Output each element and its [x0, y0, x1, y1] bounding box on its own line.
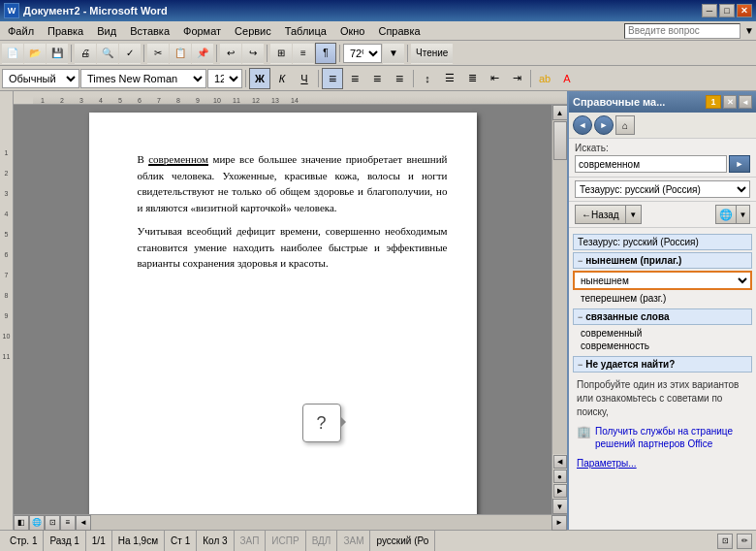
related-item-1[interactable]: современный [569, 327, 756, 340]
menu-table[interactable]: Таблица [279, 23, 332, 39]
thesaurus-language-select[interactable]: Тезаурус: русский (Россия) [575, 180, 750, 198]
scroll-select-browse-button[interactable]: ● [553, 470, 567, 483]
related-collapse-icon[interactable]: − [578, 312, 583, 322]
zoom-arrow[interactable]: ▼ [383, 43, 404, 64]
close-button[interactable]: ✕ [737, 4, 752, 17]
align-justify-button[interactable]: ≡ [389, 68, 410, 89]
office-solutions-link[interactable]: 🏢 Получить службы на странице решений па… [569, 423, 756, 452]
scroll-track[interactable] [552, 120, 568, 454]
format-bar: Обычный Times New Roman 12 Ж К Ч ≡ ≡ ≡ ≡… [0, 66, 756, 91]
save-button[interactable]: 💾 [47, 43, 68, 64]
font-select[interactable]: Times New Roman [80, 69, 206, 88]
preview-button[interactable]: 🔍 [97, 43, 118, 64]
italic-button[interactable]: К [271, 68, 293, 89]
panel-nav: ◄ ► ⌂ [569, 113, 756, 139]
office-link-icon: 🏢 [577, 425, 591, 440]
cut-button[interactable]: ✂ [147, 43, 169, 64]
menu-edit[interactable]: Правка [42, 23, 89, 39]
web-view-button[interactable]: 🌐 [29, 515, 45, 531]
toolbar-sep-3 [216, 45, 217, 62]
minimize-button[interactable]: ─ [702, 4, 717, 17]
highlighted-word: современном [148, 153, 208, 166]
line-spacing-button[interactable]: ↕ [417, 68, 438, 89]
h-scroll-track[interactable] [91, 515, 551, 530]
panel-back-nav-button[interactable]: ◄ [573, 115, 592, 135]
print-button[interactable]: 🖨 [75, 43, 96, 64]
scroll-thumb[interactable] [553, 121, 567, 160]
panel-resize-button[interactable]: ◄ [739, 95, 752, 109]
related-item-2[interactable]: современность [569, 340, 756, 352]
highlight-button[interactable]: ab [534, 68, 555, 89]
show-para-button[interactable]: ¶ [315, 43, 336, 64]
outline-view-button[interactable]: ≡ [60, 515, 76, 531]
menu-view[interactable]: Вид [91, 23, 122, 39]
menu-window[interactable]: Окно [334, 23, 371, 39]
panel-globe-button[interactable]: 🌐 [715, 205, 737, 224]
menu-insert[interactable]: Вставка [124, 23, 175, 39]
status-icon-1[interactable]: ⊡ [717, 534, 733, 549]
synonym-select-row: нынешнем [573, 271, 752, 290]
reading-mode-button[interactable]: Чтение [411, 43, 453, 64]
help-bubble: ? [302, 404, 341, 442]
menu-format[interactable]: Формат [177, 23, 227, 39]
status-col: Кол 3 [197, 531, 234, 551]
align-left-button[interactable]: ≡ [344, 68, 365, 89]
main-area: 1 2 3 4 5 6 7 8 9 10 11 1 2 3 4 5 6 7 8 [0, 91, 756, 530]
open-button[interactable]: 📂 [24, 43, 46, 64]
status-icon-2[interactable]: ✏ [737, 534, 752, 549]
undo-button[interactable]: ↩ [220, 43, 241, 64]
new-button[interactable]: 📄 [2, 43, 23, 64]
insert-col-button[interactable]: ≡ [293, 43, 314, 64]
panel-back-button[interactable]: ← Назад [575, 205, 626, 224]
indent-more-button[interactable]: ⇥ [506, 68, 527, 89]
copy-button[interactable]: 📋 [170, 43, 191, 64]
font-color-button[interactable]: A [556, 68, 578, 89]
insert-table-button[interactable]: ⊞ [270, 43, 292, 64]
synonym-select[interactable]: нынешнем [573, 271, 752, 290]
panel-globe-dropdown-button[interactable]: ▼ [737, 205, 750, 224]
menu-help[interactable]: Справка [372, 23, 425, 39]
zoom-select[interactable]: 72% 100% [343, 44, 382, 63]
indent-less-button[interactable]: ⇤ [484, 68, 505, 89]
underline-button[interactable]: Ч [294, 68, 315, 89]
bold-button[interactable]: Ж [249, 68, 270, 89]
font-size-select[interactable]: 12 [207, 69, 242, 88]
scroll-right-button[interactable]: ► [551, 515, 567, 531]
menu-file[interactable]: Файл [2, 23, 40, 39]
numbering-button[interactable]: ≣ [461, 68, 483, 89]
scroll-next-page-button[interactable]: ▶ [553, 484, 567, 498]
align-right-button[interactable]: ≡ [366, 68, 388, 89]
menu-tools[interactable]: Сервис [229, 23, 277, 39]
scroll-up-button[interactable]: ▲ [552, 105, 568, 120]
scroll-down-button[interactable]: ▼ [552, 499, 568, 514]
align-center-button[interactable]: ≡ [322, 68, 343, 89]
toolbar-sep-5 [339, 45, 340, 62]
synonym-item-1[interactable]: теперешнем (разг.) [569, 292, 756, 305]
horizontal-scrollbar[interactable]: ◧ 🌐 ⊡ ≡ ◄ ► [14, 514, 567, 530]
panel-forward-nav-button[interactable]: ► [594, 115, 614, 135]
bullets-button[interactable]: ☰ [439, 68, 460, 89]
collapse-icon[interactable]: − [578, 256, 583, 266]
panel-back-dropdown-button[interactable]: ▼ [626, 205, 642, 224]
help-search-input[interactable] [624, 23, 740, 39]
scroll-prev-page-button[interactable]: ◀ [553, 455, 567, 469]
style-select[interactable]: Обычный [2, 69, 79, 88]
print-view-button[interactable]: ⊡ [45, 515, 60, 531]
panel-content: Тезаурус: русский (Россия) − нынешнем (п… [569, 228, 756, 530]
params-link[interactable]: Параметры... [577, 458, 637, 469]
panel-home-button[interactable]: ⌂ [615, 115, 635, 135]
paste-button[interactable]: 📌 [192, 43, 213, 64]
panel-search-input[interactable] [575, 155, 727, 173]
redo-button[interactable]: ↪ [242, 43, 264, 64]
normal-view-button[interactable]: ◧ [14, 515, 29, 531]
vertical-scrollbar[interactable]: ▲ ◀ ● ▶ ▼ [551, 105, 567, 514]
horizontal-ruler: 1 2 3 4 5 6 7 8 9 10 11 12 13 14 [14, 91, 567, 105]
not-found-icon: − [578, 360, 583, 370]
panel-search-go-button[interactable]: ► [729, 155, 750, 173]
panel-close-button[interactable]: ✕ [723, 95, 737, 109]
help-search-arrow[interactable]: ▼ [744, 25, 754, 36]
maximize-button[interactable]: □ [719, 4, 735, 17]
spell-button[interactable]: ✓ [119, 43, 141, 64]
toolbar-sep-1 [71, 45, 72, 62]
scroll-left-button[interactable]: ◄ [76, 515, 91, 531]
